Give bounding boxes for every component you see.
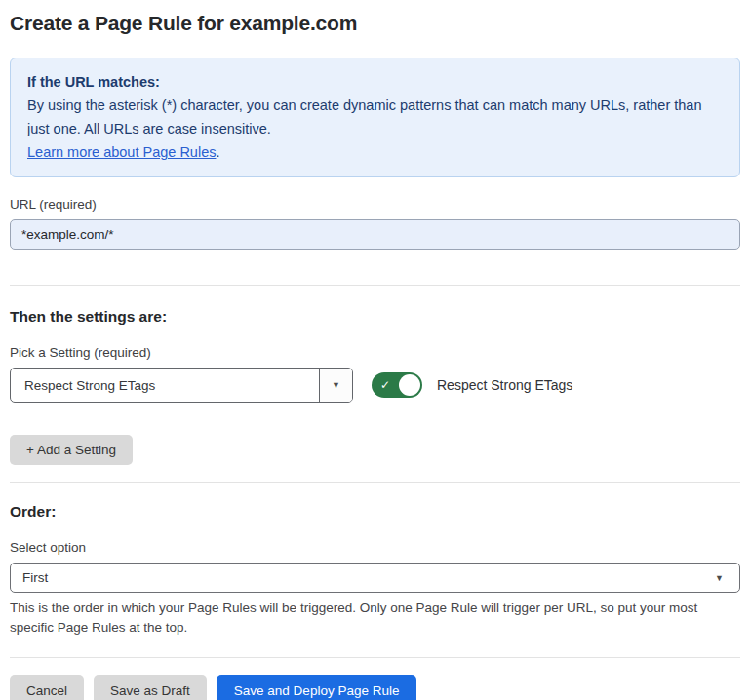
toggle-label: Respect Strong ETags (437, 377, 572, 393)
order-select-value: First (22, 570, 48, 585)
check-icon: ✓ (380, 379, 390, 391)
order-select[interactable]: First ▼ (10, 563, 740, 593)
add-setting-button[interactable]: + Add a Setting (10, 435, 133, 465)
settings-heading: Then the settings are: (10, 308, 740, 326)
chevron-down-icon[interactable]: ▼ (319, 369, 352, 402)
setting-row: Respect Strong ETags ▼ ✓ Respect Strong … (10, 368, 740, 403)
chevron-down-icon: ▼ (715, 573, 724, 583)
info-box-link-line: Learn more about Page Rules. (27, 140, 723, 164)
setting-toggle[interactable]: ✓ (372, 372, 422, 398)
info-box-heading: If the URL matches: (27, 70, 723, 94)
pick-setting-label: Pick a Setting (required) (10, 345, 740, 360)
footer-divider (10, 657, 740, 658)
toggle-knob (399, 374, 420, 396)
section-divider (10, 482, 740, 483)
info-box-body: By using the asterisk (*) character, you… (27, 94, 723, 140)
create-page-rule-panel: Create a Page Rule for example.com If th… (0, 0, 750, 700)
footer-actions: Cancel Save as Draft Save and Deploy Pag… (10, 675, 740, 700)
page-title: Create a Page Rule for example.com (10, 12, 740, 35)
section-divider (10, 285, 740, 286)
order-select-label: Select option (10, 540, 740, 555)
learn-more-link[interactable]: Learn more about Page Rules (27, 144, 216, 160)
cancel-button[interactable]: Cancel (10, 675, 84, 700)
save-deploy-button[interactable]: Save and Deploy Page Rule (217, 675, 417, 700)
order-heading: Order: (10, 503, 740, 521)
url-input[interactable] (10, 219, 740, 250)
order-help-text: This is the order in which your Page Rul… (10, 599, 736, 638)
save-draft-button[interactable]: Save as Draft (94, 675, 207, 700)
url-label: URL (required) (10, 197, 740, 212)
setting-select[interactable]: Respect Strong ETags ▼ (10, 368, 353, 403)
url-matches-info-box: If the URL matches: By using the asteris… (10, 58, 740, 177)
link-period: . (216, 144, 219, 160)
setting-select-value: Respect Strong ETags (11, 369, 319, 402)
